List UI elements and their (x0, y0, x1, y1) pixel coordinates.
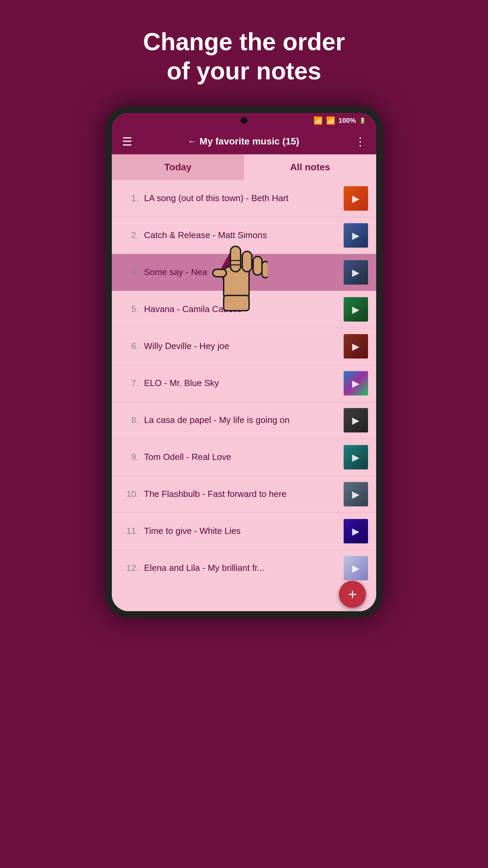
song-number: 6. (120, 341, 139, 351)
song-number: 2. (120, 230, 139, 240)
song-thumbnail: ▶ (344, 223, 368, 248)
song-thumbnail: ▶ (344, 482, 368, 506)
song-thumbnail: ▶ (344, 334, 368, 359)
song-thumbnail: ▶ (344, 186, 368, 211)
song-title: LA song (out of this town) - Beth Hart (144, 193, 344, 204)
app-bar: ☰ ← My favorite music (15) ⋮ (112, 129, 376, 154)
play-icon: ▶ (352, 230, 360, 241)
tab-today[interactable]: Today (112, 154, 244, 180)
song-number: 5. (120, 304, 139, 314)
play-icon: ▶ (352, 304, 360, 315)
song-title: Catch & Release - Matt Simons (144, 230, 344, 241)
song-number: 7. (120, 378, 139, 388)
fab-plus-icon: + (348, 587, 357, 602)
headline-line2: of your notes (167, 57, 321, 84)
song-number: 9. (120, 452, 139, 462)
list-item[interactable]: 6. Willy Deville - Hey joe ▶ (112, 328, 376, 365)
song-thumbnail: ▶ (344, 371, 368, 396)
play-icon: ▶ (352, 451, 360, 463)
play-icon: ▶ (352, 378, 360, 389)
wifi-icon: 📶 (313, 116, 323, 125)
song-title: La casa de papel - My life is going on (144, 414, 344, 426)
song-title: Time to give - White Lies (144, 525, 344, 537)
camera-notch (241, 117, 247, 124)
song-thumbnail: ▶ (344, 519, 368, 543)
headline: Change the order of your notes (116, 27, 372, 86)
song-title: Willy Deville - Hey joe (144, 341, 344, 352)
song-title: The Flashbulb - Fast forward to here (144, 488, 344, 500)
fab-add-button[interactable]: + (339, 581, 366, 608)
play-icon: ▶ (352, 488, 360, 500)
song-number: 1. (120, 193, 139, 204)
song-title: Some say - Nea (144, 267, 344, 278)
play-icon: ▶ (352, 562, 360, 574)
list-item[interactable]: 11. Time to give - White Lies ▶ (112, 513, 376, 550)
phone-mockup: 📶 📶 100% 🔋 ☰ ← My favorite music (15) ⋮ … (105, 106, 383, 618)
list-item[interactable]: 5. Havana - Camila Cabello ▶ (112, 291, 376, 328)
list-item[interactable]: 9. Tom Odell - Real Love ▶ (112, 439, 376, 476)
song-title: Tom Odell - Real Love (144, 451, 344, 463)
song-thumbnail: ▶ (344, 297, 368, 322)
phone-screen: 📶 📶 100% 🔋 ☰ ← My favorite music (15) ⋮ … (112, 113, 376, 611)
signal-icon: 📶 (326, 116, 335, 125)
song-list: 1. LA song (out of this town) - Beth Har… (112, 180, 376, 611)
play-icon: ▶ (352, 193, 360, 204)
battery-icon: 🔋 (359, 117, 366, 124)
play-icon: ▶ (352, 341, 360, 352)
app-bar-title: ← My favorite music (15) (139, 136, 348, 147)
song-number: 12. (120, 563, 139, 573)
play-icon: ▶ (352, 414, 360, 426)
list-item[interactable]: 1. LA song (out of this town) - Beth Har… (112, 180, 376, 217)
headline-line1: Change the order (143, 28, 345, 55)
tab-all-notes[interactable]: All notes (244, 154, 376, 180)
list-item[interactable]: 10. The Flashbulb - Fast forward to here… (112, 476, 376, 513)
song-title: ELO - Mr. Blue Sky (144, 378, 344, 389)
song-thumbnail: ▶ (344, 556, 368, 580)
song-number: 4. (120, 267, 139, 277)
song-number: 10. (120, 489, 139, 499)
song-title: Havana - Camila Cabello (144, 304, 344, 315)
tabs-container: Today All notes (112, 154, 376, 180)
list-item-dragging[interactable]: 4. Some say - Nea ▶ (112, 254, 376, 291)
list-item[interactable]: 7. ELO - Mr. Blue Sky ▶ (112, 365, 376, 402)
more-options-icon[interactable]: ⋮ (354, 135, 366, 148)
song-thumbnail: ▶ (344, 408, 368, 432)
song-thumbnail: ▶ (344, 260, 368, 285)
song-number: 8. (120, 415, 139, 425)
song-thumbnail: ▶ (344, 445, 368, 469)
list-item[interactable]: 12. Elena and Lila - My brilliant fr... … (112, 550, 376, 611)
song-title: Elena and Lila - My brilliant fr... (144, 562, 344, 574)
list-item[interactable]: 8. La casa de papel - My life is going o… (112, 402, 376, 439)
play-icon: ▶ (352, 267, 360, 278)
hamburger-icon[interactable]: ☰ (122, 135, 132, 148)
song-number: 11. (120, 526, 139, 536)
play-icon: ▶ (352, 525, 360, 537)
battery-indicator: 100% (339, 117, 356, 124)
list-item[interactable]: 2. Catch & Release - Matt Simons ▶ (112, 217, 376, 254)
